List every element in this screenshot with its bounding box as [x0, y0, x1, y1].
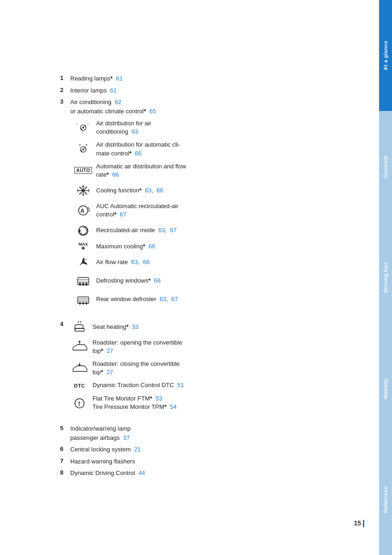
link-65[interactable]: 65	[149, 108, 156, 115]
link-66a[interactable]: 66	[135, 150, 141, 157]
item-number-8: 8	[60, 469, 70, 476]
link-33[interactable]: 33	[132, 323, 138, 330]
svg-text:A: A	[80, 208, 85, 214]
list-item-3: 3 Air conditioning 62 or automatic clima…	[60, 98, 355, 116]
convertible-open-icon	[70, 340, 89, 354]
air-dist-auto-text: Air distribution for automatic cli-mate …	[96, 141, 180, 157]
item-text-6: Central locking system 21	[70, 445, 141, 454]
icon-row-recirc: Recirculated-air mode 63, 67	[74, 224, 355, 238]
link-63a[interactable]: 63	[132, 128, 138, 135]
svg-text:!: !	[78, 400, 80, 407]
link-63d[interactable]: 63	[131, 259, 138, 265]
convertible-close-icon	[70, 361, 89, 375]
page-number: 15	[354, 519, 364, 527]
recirc-icon	[74, 224, 92, 238]
tab-at-a-glance[interactable]: At a glance	[379, 0, 392, 111]
link-66f[interactable]: 66	[154, 277, 160, 284]
icon-row-convertible-close: Roadster: closing the convertibletop* 27	[70, 360, 355, 376]
seat-heat-text: Seat heating* 33	[92, 323, 139, 331]
seat-heat-icon	[70, 320, 89, 334]
main-content: 1 Reading lamps* 61 2 Interior lamps 61 …	[60, 74, 355, 478]
svg-text:↑: ↑	[87, 122, 89, 126]
link-27a[interactable]: 27	[106, 347, 113, 354]
icon-row-air-dist-auto: ✶ ✶ Air distribution for automatic cli-m…	[74, 141, 355, 157]
link-61b[interactable]: 61	[110, 87, 116, 94]
link-67b[interactable]: 67	[170, 227, 177, 234]
max-cool-text: Maximum cooling* 66	[96, 242, 155, 251]
icon-row-convertible-open: Roadster: opening the convertibletop* 27	[70, 339, 355, 355]
cooling-text: Cooling function* 63, 66	[96, 186, 163, 195]
icon-section-3: ↑ ↑ ↓ Air distribution for airconditioni…	[74, 119, 355, 306]
list-item-1: 1 Reading lamps* 61	[60, 74, 355, 83]
auc-text: AUC Automatic recirculated-aircontrol* 6…	[96, 202, 178, 219]
defrost-rear-icon	[74, 292, 92, 306]
item-number-3: 3	[60, 98, 70, 105]
tab-reference[interactable]: Reference	[379, 444, 392, 555]
svg-text:↓: ↓	[81, 130, 83, 135]
cooling-icon	[74, 184, 92, 197]
svg-marker-41	[82, 302, 85, 304]
link-37[interactable]: 37	[123, 434, 129, 441]
svg-marker-39	[79, 302, 81, 304]
dtc-text: Dynamic Traction Control DTC 51	[92, 381, 184, 389]
icon-row-seat-heat: Seat heating* 33	[70, 320, 355, 334]
icon-row-defrost-front: Defrosting windows* 66	[74, 274, 355, 288]
svg-marker-45	[78, 340, 81, 342]
max-cool-icon: MAX ❄	[74, 242, 92, 251]
link-62[interactable]: 62	[115, 99, 121, 105]
link-66e[interactable]: 66	[143, 259, 149, 265]
svg-marker-32	[82, 282, 85, 284]
link-66b[interactable]: 66	[112, 171, 119, 178]
tab-controls[interactable]: Controls	[379, 111, 392, 222]
link-66c[interactable]: 66	[157, 187, 163, 194]
tab-mobility[interactable]: Mobility	[379, 333, 392, 444]
tab-driving-tips[interactable]: Driving tips	[379, 222, 392, 333]
link-53[interactable]: 53	[156, 395, 162, 402]
airflow-icon	[74, 255, 92, 269]
item-text-2: Interior lamps 61	[70, 86, 116, 95]
list-item-5: 5 Indicator/warning lamppassenger airbag…	[60, 424, 355, 442]
icon-row-max-cool: MAX ❄ Maximum cooling* 66	[74, 242, 355, 251]
air-distribution-icon: ↑ ↑ ↓	[74, 121, 92, 135]
link-61a[interactable]: 61	[116, 75, 122, 82]
icon-section-4: Seat heating* 33	[70, 320, 355, 411]
page-number-bar	[363, 520, 364, 527]
auc-icon: A	[74, 204, 92, 217]
link-63c[interactable]: 63	[158, 227, 165, 234]
link-54[interactable]: 54	[170, 403, 177, 410]
link-44[interactable]: 44	[138, 469, 145, 476]
max-text-label: MAX ❄	[79, 242, 88, 251]
item-number-7: 7	[60, 457, 70, 464]
icon-row-ftm: ! Flat Tire Monitor FTM* 53 Tire Pressur…	[70, 395, 355, 411]
dtc-icon: DTC	[70, 383, 89, 388]
icon-row-air-dist: ↑ ↑ ↓ Air distribution for airconditioni…	[74, 119, 355, 136]
convertible-open-text: Roadster: opening the convertibletop* 27	[92, 339, 182, 355]
defrost-rear-text: Rear window defroster 63, 67	[96, 295, 178, 303]
link-21[interactable]: 21	[134, 446, 141, 453]
icon-row-auc: A AUC Automatic recirculated-aircontrol*…	[74, 202, 355, 219]
ftm-icon: !	[70, 396, 89, 410]
list-item-7: 7 Hazard warning flashers	[60, 457, 355, 466]
item-number-1: 1	[60, 74, 70, 81]
page-container: At a glance Controls Driving tips Mobili…	[0, 0, 392, 555]
air-distribution-auto-icon: ✶ ✶	[74, 142, 92, 156]
svg-marker-43	[85, 302, 88, 304]
recirc-text: Recirculated-air mode 63, 67	[96, 226, 177, 234]
link-51[interactable]: 51	[178, 382, 184, 388]
link-63e[interactable]: 63	[159, 296, 166, 302]
air-dist-text: Air distribution for airconditioning 63	[96, 119, 151, 136]
ftm-text: Flat Tire Monitor FTM* 53 Tire Pressure …	[92, 395, 177, 411]
sidebar: At a glance Controls Driving tips Mobili…	[379, 0, 392, 555]
link-67a[interactable]: 67	[120, 211, 126, 218]
defrost-front-text: Defrosting windows* 66	[96, 277, 160, 285]
link-27b[interactable]: 27	[106, 369, 113, 376]
icon-row-airflow: Air flow rate 63, 66	[74, 255, 355, 269]
item-text-3: Air conditioning 62 or automatic climate…	[70, 98, 156, 116]
link-66d[interactable]: 66	[148, 243, 155, 250]
defrost-front-icon	[74, 274, 92, 288]
link-63b[interactable]: 63	[145, 187, 152, 194]
svg-text:↑: ↑	[76, 122, 78, 126]
link-67c[interactable]: 67	[172, 296, 178, 302]
item-number-5: 5	[60, 425, 70, 432]
svg-marker-30	[79, 282, 81, 284]
